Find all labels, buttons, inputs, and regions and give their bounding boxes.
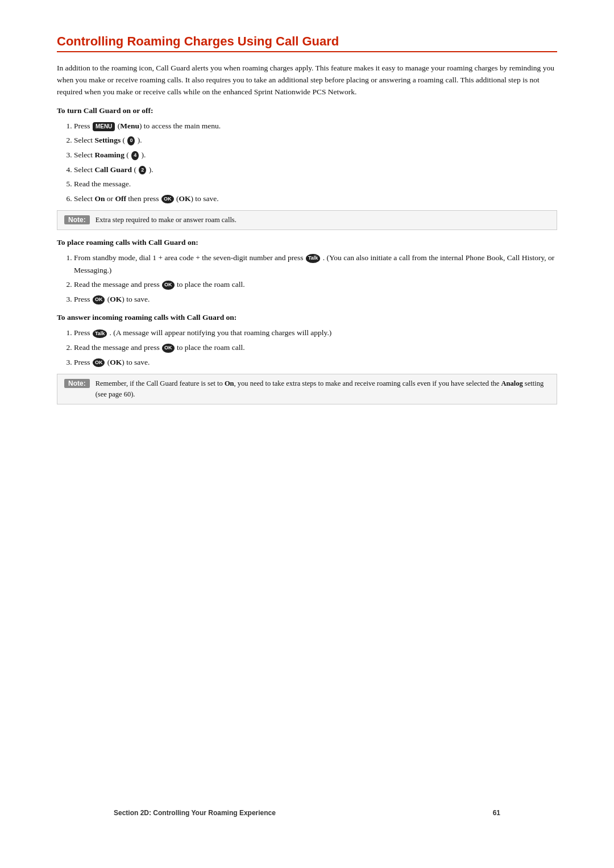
note1-text: Extra step required to make or answer ro… [96, 215, 237, 226]
section3-label: To answer incoming roaming calls with Ca… [57, 313, 557, 322]
page-title: Controlling Roaming Charges Using Call G… [57, 34, 557, 52]
ok-button-icon: OK [161, 195, 174, 204]
section1-steps: Press MENU (Menu) to access the main men… [74, 120, 557, 205]
list-item: From standby mode, dial 1 + area code + … [74, 252, 557, 276]
footer-left: Section 2D: Controlling Your Roaming Exp… [114, 809, 276, 817]
callguard-button-icon: 2 [139, 166, 146, 175]
list-item: Read the message and press OK to place t… [74, 341, 557, 354]
settings-button-icon: 0 [127, 136, 135, 145]
list-item: Select Roaming ( 4 ). [74, 149, 557, 161]
section2-label: To place roaming calls with Call Guard o… [57, 238, 557, 247]
list-item: Select On or Off then press OK (OK) to s… [74, 193, 557, 205]
list-item: Select Call Guard ( 2 ). [74, 164, 557, 176]
footer: Section 2D: Controlling Your Roaming Exp… [114, 809, 500, 817]
talk-button-icon: Talk [306, 254, 320, 263]
list-item: Read the message. [74, 178, 557, 190]
note2-label: Note: [64, 379, 90, 388]
note1-label: Note: [64, 215, 90, 224]
ok-button-icon5: OK [93, 358, 105, 368]
menu-button-icon: MENU [93, 122, 115, 131]
list-item: Press OK (OK) to save. [74, 356, 557, 369]
list-item: Press MENU (Menu) to access the main men… [74, 120, 557, 132]
intro-text: In addition to the roaming icon, Call Gu… [57, 62, 557, 98]
note2-box: Note: Remember, if the Call Guard featur… [57, 374, 557, 404]
section2-steps: From standby mode, dial 1 + area code + … [74, 252, 557, 305]
section3-steps: Press Talk . (A message will appear noti… [74, 327, 557, 368]
page-wrapper: Controlling Roaming Charges Using Call G… [57, 34, 557, 845]
footer-right: 61 [493, 809, 500, 817]
ok-button-icon2: OK [162, 281, 175, 290]
list-item: Press OK (OK) to save. [74, 293, 557, 306]
ok-button-icon4: OK [162, 344, 175, 353]
list-item: Read the message and press OK to place t… [74, 278, 557, 291]
ok-button-icon3: OK [93, 295, 105, 304]
section1-label: To turn Call Guard on or off: [57, 106, 557, 115]
note2-text: Remember, if the Call Guard feature is s… [96, 378, 550, 400]
note1-box: Note: Extra step required to make or ans… [57, 210, 557, 230]
list-item: Press Talk . (A message will appear noti… [74, 327, 557, 339]
roaming-button-icon: 4 [131, 151, 139, 160]
list-item: Select Settings ( 0 ). [74, 134, 557, 147]
talk-button-icon2: Talk [93, 329, 107, 339]
